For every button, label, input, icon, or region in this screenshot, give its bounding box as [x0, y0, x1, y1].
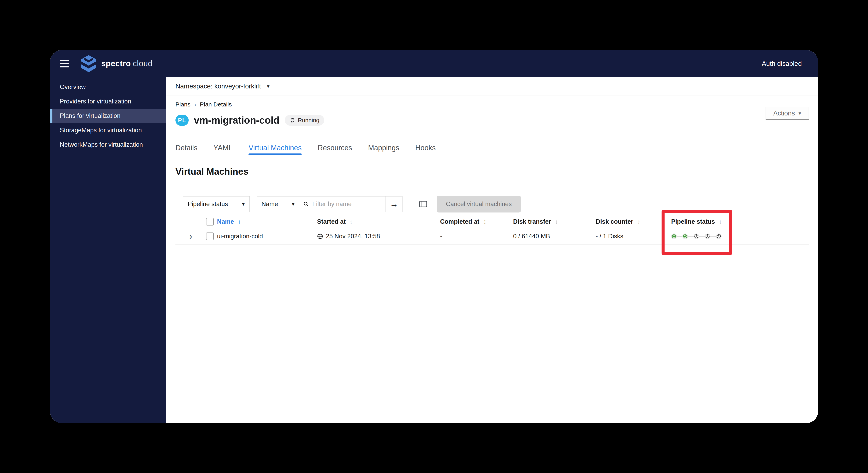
tab-label: Hooks: [415, 144, 436, 152]
page-title: vm-migration-cold: [194, 114, 279, 126]
sidebar-item-label: Plans for virtualization: [60, 112, 120, 119]
sort-icon: ↕: [483, 218, 487, 225]
chevron-down-icon: ▾: [242, 202, 245, 207]
pipeline-step-pending-icon: [693, 234, 699, 239]
actions-label: Actions: [773, 110, 795, 117]
plan-kind-badge: PL: [176, 115, 189, 126]
chevron-down-icon: ▾: [292, 202, 294, 207]
tab-details[interactable]: Details: [176, 141, 197, 155]
breadcrumb-plan-details: Plan Details: [200, 101, 232, 108]
main-content: Namespace: konveyor-forklift ▾ Plans › P…: [166, 77, 818, 423]
column-header-disk-transfer[interactable]: Disk transfer ↕: [513, 218, 596, 225]
tab-mappings[interactable]: Mappings: [368, 141, 399, 155]
tab-label: Details: [176, 144, 197, 152]
disk-transfer-cell: 0 / 61440 MB: [513, 233, 596, 240]
sidebar-item-providers[interactable]: Providers for virtualization: [50, 94, 166, 109]
filter-category-select[interactable]: Pipeline status ▾: [183, 196, 250, 212]
brand-logo: spectrocloud: [81, 55, 152, 72]
column-header-pipeline-status[interactable]: Pipeline status ↕: [669, 218, 809, 225]
completed-at-cell: -: [440, 233, 513, 240]
sidebar-item-label: NetworkMaps for virtualization: [60, 141, 143, 148]
chevron-down-icon: ▾: [267, 84, 270, 89]
sidebar-item-storagemaps[interactable]: StorageMaps for virtualization: [50, 123, 166, 138]
tab-label: Resources: [318, 144, 352, 152]
column-header-completed-at[interactable]: Completed at ↕: [440, 218, 513, 225]
pipeline-step-pending-icon: [716, 234, 721, 239]
tab-yaml[interactable]: YAML: [213, 141, 232, 155]
vm-toolbar: Pipeline status ▾ Name ▾: [183, 196, 809, 212]
column-label: Completed at: [440, 218, 479, 225]
status-label: Running: [298, 117, 319, 124]
column-label: Name: [217, 218, 234, 225]
top-bar: spectrocloud Auth disabled: [50, 50, 818, 77]
screen-background: spectrocloud Auth disabled Overview Prov…: [0, 0, 868, 473]
column-header-name[interactable]: Name ↑: [217, 218, 317, 225]
started-at-cell: 25 Nov 2024, 13:58: [317, 233, 440, 240]
vm-table: Name ↑ Started at ↕ Completed at ↕: [176, 215, 809, 245]
pipeline-connector: [699, 236, 705, 237]
spectro-cloud-logo-icon: [81, 55, 97, 72]
pipeline-connector: [710, 236, 716, 237]
sidebar-item-networkmaps[interactable]: NetworkMaps for virtualization: [50, 138, 166, 152]
hamburger-menu-icon[interactable]: [60, 60, 69, 67]
actions-button[interactable]: Actions ▾: [766, 107, 809, 120]
pipeline-step-pending-icon: [705, 234, 710, 239]
disk-counter-cell: - / 1 Disks: [596, 233, 669, 240]
section-heading: Virtual Machines: [176, 166, 809, 177]
table-row: › ui-migration-cold: [176, 228, 809, 245]
tab-bar: Details YAML Virtual Machines Resources …: [166, 141, 818, 155]
brand-primary: spectro: [101, 59, 131, 68]
started-at-value: 25 Nov 2024, 13:58: [326, 233, 380, 240]
select-all-checkbox[interactable]: [206, 218, 214, 226]
sort-icon: ↕: [555, 218, 558, 225]
pipeline-status-cell: [669, 234, 809, 239]
column-label: Disk transfer: [513, 218, 551, 225]
name-filter-group: Name ▾: [257, 196, 402, 212]
globe-icon: [317, 233, 323, 239]
brand-text: spectrocloud: [101, 59, 152, 68]
sidebar-item-label: StorageMaps for virtualization: [60, 127, 142, 134]
apply-filter-button[interactable]: →: [385, 197, 402, 212]
sidebar-item-overview[interactable]: Overview: [50, 80, 166, 94]
tab-resources[interactable]: Resources: [318, 141, 352, 155]
sort-icon: ↕: [350, 218, 353, 225]
sidebar: Overview Providers for virtualization Pl…: [50, 77, 166, 423]
column-header-disk-counter[interactable]: Disk counter ↕: [596, 218, 669, 225]
auth-status: Auth disabled: [762, 60, 802, 67]
sidebar-item-plans[interactable]: Plans for virtualization: [50, 109, 166, 123]
tab-hooks[interactable]: Hooks: [415, 141, 436, 155]
search-input[interactable]: [312, 200, 381, 208]
pipeline-connector: [688, 236, 693, 237]
brand-secondary: cloud: [133, 59, 152, 68]
namespace-selector[interactable]: Namespace: konveyor-forklift ▾: [166, 77, 818, 95]
plan-header: Plans › Plan Details PL vm-migration-col…: [166, 95, 818, 128]
search-icon: [303, 201, 309, 207]
tab-label: Mappings: [368, 144, 399, 152]
tab-virtual-machines[interactable]: Virtual Machines: [248, 141, 302, 155]
row-expander-chevron-icon[interactable]: ›: [188, 232, 194, 241]
breadcrumb-plans[interactable]: Plans: [176, 101, 190, 108]
vm-name-cell: ui-migration-cold: [217, 233, 317, 240]
tab-label: Virtual Machines: [248, 144, 302, 152]
pipeline-steps: [671, 234, 809, 239]
row-checkbox[interactable]: [206, 233, 214, 240]
manage-columns-button[interactable]: [417, 199, 429, 210]
refresh-icon: [289, 117, 296, 123]
pipeline-step-complete-icon: [671, 234, 677, 239]
table-header-row: Name ↑ Started at ↕ Completed at ↕: [176, 215, 809, 228]
sidebar-item-label: Providers for virtualization: [60, 98, 131, 105]
columns-icon: [419, 200, 427, 208]
chevron-down-icon: ▾: [799, 111, 801, 116]
sidebar-item-label: Overview: [60, 83, 86, 91]
breadcrumb: Plans › Plan Details: [176, 101, 809, 108]
sort-ascending-icon: ↑: [238, 218, 241, 225]
cancel-virtual-machines-button[interactable]: Cancel virtual machines: [437, 196, 521, 212]
column-label: Pipeline status: [671, 218, 715, 225]
column-header-started-at[interactable]: Started at ↕: [317, 218, 440, 225]
virtual-machines-section: Virtual Machines Pipeline status ▾ Name …: [166, 166, 818, 245]
title-row: PL vm-migration-cold: [176, 112, 809, 128]
status-badge: Running: [285, 115, 324, 126]
filter-category-value: Pipeline status: [188, 201, 228, 208]
filter-field-select[interactable]: Name ▾: [257, 197, 299, 212]
filter-field-value: Name: [261, 201, 278, 208]
